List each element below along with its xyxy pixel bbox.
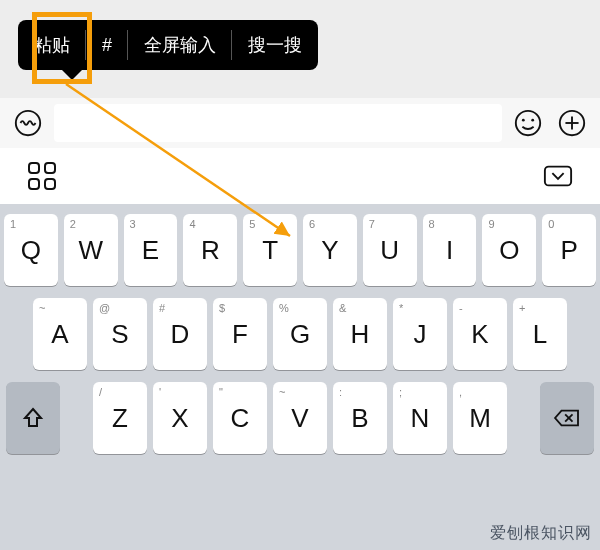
smile-icon (513, 108, 543, 138)
message-text-input[interactable] (54, 104, 502, 142)
key-secondary-label: , (459, 386, 462, 398)
key-main-label: Q (21, 235, 41, 266)
key-secondary-label: + (519, 302, 525, 314)
svg-point-4 (531, 119, 534, 122)
plus-icon (557, 108, 587, 138)
key-p[interactable]: 0P (542, 214, 596, 286)
collapse-keyboard-button[interactable] (540, 158, 576, 194)
key-i[interactable]: 8I (423, 214, 477, 286)
backspace-key[interactable] (540, 382, 594, 454)
key-secondary-label: 6 (309, 218, 315, 230)
key-main-label: X (171, 403, 188, 434)
key-secondary-label: ' (159, 386, 161, 398)
shift-key[interactable] (6, 382, 60, 454)
key-u[interactable]: 7U (363, 214, 417, 286)
key-main-label: K (471, 319, 488, 350)
key-secondary-label: 5 (249, 218, 255, 230)
key-secondary-label: 3 (130, 218, 136, 230)
svg-point-2 (516, 111, 540, 135)
key-main-label: S (111, 319, 128, 350)
key-y[interactable]: 6Y (303, 214, 357, 286)
key-main-label: Y (321, 235, 338, 266)
paste-menu-item[interactable]: 粘贴 (18, 20, 86, 70)
key-secondary-label: - (459, 302, 463, 314)
key-main-label: E (142, 235, 159, 266)
key-main-label: U (380, 235, 399, 266)
key-a[interactable]: ~A (33, 298, 87, 370)
svg-point-3 (522, 119, 525, 122)
more-button[interactable] (554, 105, 590, 141)
key-main-label: J (414, 319, 427, 350)
key-main-label: H (351, 319, 370, 350)
context-menu: 粘贴 # 全屏输入 搜一搜 (18, 20, 318, 70)
key-secondary-label: 2 (70, 218, 76, 230)
key-m[interactable]: ,M (453, 382, 507, 454)
key-secondary-label: ~ (39, 302, 45, 314)
keyboard: 1Q2W3E4R5T6Y7U8I9O0P ~A@S#D$F%G&H*J-K+L … (0, 204, 600, 550)
svg-rect-8 (545, 167, 571, 186)
key-main-label: O (499, 235, 519, 266)
key-main-label: L (533, 319, 547, 350)
backspace-icon (553, 407, 581, 429)
key-b[interactable]: :B (333, 382, 387, 454)
key-secondary-label: 4 (189, 218, 195, 230)
key-o[interactable]: 9O (482, 214, 536, 286)
key-main-label: T (262, 235, 278, 266)
key-main-label: D (171, 319, 190, 350)
key-t[interactable]: 5T (243, 214, 297, 286)
key-main-label: I (446, 235, 453, 266)
key-main-label: Z (112, 403, 128, 434)
key-secondary-label: 8 (429, 218, 435, 230)
key-secondary-label: ; (399, 386, 402, 398)
apps-button[interactable] (24, 158, 60, 194)
key-h[interactable]: &H (333, 298, 387, 370)
key-secondary-label: 0 (548, 218, 554, 230)
key-main-label: G (290, 319, 310, 350)
fullscreen-input-menu-item[interactable]: 全屏输入 (128, 20, 232, 70)
key-w[interactable]: 2W (64, 214, 118, 286)
key-secondary-label: * (399, 302, 403, 314)
apps-grid-icon (28, 162, 56, 190)
chevron-down-icon (543, 161, 573, 191)
key-main-label: R (201, 235, 220, 266)
sound-wave-icon (13, 108, 43, 138)
key-secondary-label: % (279, 302, 289, 314)
shift-icon (21, 406, 45, 430)
key-d[interactable]: #D (153, 298, 207, 370)
key-secondary-label: 7 (369, 218, 375, 230)
key-secondary-label: $ (219, 302, 225, 314)
key-secondary-label: 1 (10, 218, 16, 230)
key-k[interactable]: -K (453, 298, 507, 370)
hash-menu-item[interactable]: # (86, 20, 128, 70)
key-x[interactable]: 'X (153, 382, 207, 454)
key-n[interactable]: ;N (393, 382, 447, 454)
key-secondary-label: : (339, 386, 342, 398)
keyboard-row-3: /Z'X"C~V:B;N,M (4, 382, 596, 454)
key-e[interactable]: 3E (124, 214, 178, 286)
keyboard-row-1: 1Q2W3E4R5T6Y7U8I9O0P (4, 214, 596, 286)
key-main-label: P (560, 235, 577, 266)
key-main-label: B (351, 403, 368, 434)
key-g[interactable]: %G (273, 298, 327, 370)
keyboard-toolbar (0, 148, 600, 204)
key-c[interactable]: "C (213, 382, 267, 454)
key-secondary-label: # (159, 302, 165, 314)
key-secondary-label: & (339, 302, 346, 314)
keyboard-row-2: ~A@S#D$F%G&H*J-K+L (4, 298, 596, 370)
chat-input-bar (0, 98, 600, 148)
key-q[interactable]: 1Q (4, 214, 58, 286)
key-main-label: M (469, 403, 491, 434)
key-main-label: F (232, 319, 248, 350)
emoji-button[interactable] (510, 105, 546, 141)
key-l[interactable]: +L (513, 298, 567, 370)
key-r[interactable]: 4R (183, 214, 237, 286)
key-z[interactable]: /Z (93, 382, 147, 454)
voice-input-button[interactable] (10, 105, 46, 141)
key-secondary-label: 9 (488, 218, 494, 230)
key-v[interactable]: ~V (273, 382, 327, 454)
key-j[interactable]: *J (393, 298, 447, 370)
search-menu-item[interactable]: 搜一搜 (232, 20, 318, 70)
key-f[interactable]: $F (213, 298, 267, 370)
key-s[interactable]: @S (93, 298, 147, 370)
key-secondary-label: / (99, 386, 102, 398)
